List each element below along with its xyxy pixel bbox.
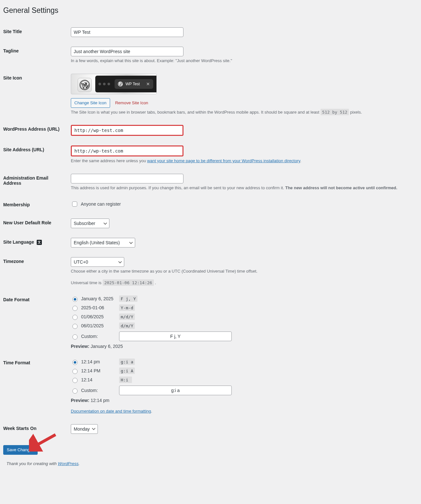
date-format-code-1: Y-m-d	[119, 304, 135, 311]
site-url-desc: Enter the same address here unless you w…	[71, 158, 411, 164]
date-format-radio-2[interactable]	[72, 315, 78, 320]
default-role-label: New User Default Role	[3, 214, 68, 233]
time-format-custom-input[interactable]	[119, 386, 232, 395]
footer-wordpress-link[interactable]: WordPress	[58, 461, 79, 466]
site-url-label: Site Address (URL)	[3, 141, 68, 169]
site-title-label: Site Title	[3, 23, 68, 42]
page-title: General Settings	[3, 3, 415, 16]
week-starts-label: Week Starts On	[3, 419, 68, 439]
time-format-radio-custom[interactable]	[72, 388, 78, 394]
time-format-radio-1[interactable]	[72, 369, 78, 374]
date-format-radio-custom[interactable]	[72, 334, 78, 340]
time-format-code-2: H:i	[119, 377, 132, 383]
save-changes-button[interactable]: Save Changes	[3, 445, 38, 455]
date-format-preview: Preview: January 6, 2025	[71, 344, 411, 349]
wordpress-icon	[79, 79, 90, 90]
footer-credit: Thank you for creating with WordPress.	[3, 455, 415, 472]
tagline-label: Tagline	[3, 42, 68, 69]
time-format-preview: Preview: 12:14 pm	[71, 398, 411, 403]
time-format-code-1: g:i A	[119, 368, 135, 374]
site-icon-preview: WP Test ✕	[71, 74, 157, 94]
tagline-input[interactable]	[71, 47, 183, 56]
site-language-select[interactable]: English (United States)	[71, 238, 135, 247]
time-format-label: Time Format	[3, 354, 68, 419]
membership-label: Membership	[3, 196, 68, 214]
admin-email-label: Administration Email Address	[3, 169, 68, 196]
site-url-doc-link[interactable]: want your site home page to be different…	[147, 158, 300, 163]
date-format-radio-0[interactable]	[72, 297, 78, 302]
week-starts-select[interactable]: Monday	[71, 424, 98, 434]
browser-tab-preview: WP Test ✕	[95, 76, 156, 92]
site-url-input[interactable]	[71, 145, 183, 156]
admin-email-desc: This address is used for admin purposes.…	[71, 185, 411, 191]
date-format-code-2: m/d/Y	[119, 313, 135, 320]
close-icon: ✕	[146, 81, 150, 87]
date-format-radio-3[interactable]	[72, 324, 78, 329]
time-format-radio-0[interactable]	[72, 360, 78, 365]
remove-site-icon-button[interactable]: Remove Site Icon	[115, 100, 148, 105]
timezone-select[interactable]: UTC+0	[71, 257, 124, 267]
membership-checkbox[interactable]	[72, 201, 77, 207]
time-format-custom-label: Custom:	[81, 388, 117, 393]
timezone-desc: Choose either a city in the same timezon…	[71, 268, 411, 275]
wp-url-label: WordPress Address (URL)	[3, 120, 68, 141]
date-format-option-2: 01/06/2025	[81, 314, 117, 319]
site-language-label: Site Language 文A	[3, 233, 68, 252]
time-format-option-1: 12:14 PM	[81, 368, 117, 373]
dot-icon	[108, 83, 110, 85]
dot-icon	[103, 83, 106, 85]
date-format-option-3: 06/01/2025	[81, 323, 117, 328]
tab-title: WP Test	[126, 82, 140, 86]
date-format-custom-input[interactable]	[119, 331, 232, 341]
date-format-code-0: F j, Y	[119, 295, 137, 302]
tagline-desc: In a few words, explain what this site i…	[71, 58, 411, 64]
membership-checkbox-label: Anyone can register	[81, 201, 121, 207]
default-role-select[interactable]: Subscriber	[71, 219, 109, 228]
date-format-code-3: d/m/Y	[119, 322, 135, 329]
time-format-radio-2[interactable]	[72, 378, 78, 383]
translate-icon: 文A	[37, 240, 42, 245]
date-format-radio-1[interactable]	[72, 306, 78, 311]
datetime-doc: Documentation on date and time formattin…	[71, 408, 411, 415]
timezone-universal: Universal time is 2025-01-06 12:14:26 .	[71, 280, 411, 286]
date-format-option-0: January 6, 2025	[81, 296, 117, 301]
wp-url-input[interactable]	[71, 125, 183, 136]
time-format-code-0: g:i a	[119, 359, 135, 365]
site-title-input[interactable]	[71, 27, 183, 37]
admin-email-input[interactable]	[71, 174, 183, 183]
site-icon-label: Site Icon	[3, 69, 68, 120]
site-icon-desc: The Site Icon is what you see in browser…	[71, 109, 411, 116]
date-format-option-1: 2025-01-06	[81, 305, 117, 310]
datetime-doc-link[interactable]: Documentation on date and time formattin…	[71, 409, 151, 414]
change-site-icon-button[interactable]: Change Site Icon	[71, 98, 110, 108]
date-format-label: Date Format	[3, 291, 68, 354]
time-format-option-2: 12:14	[81, 377, 117, 382]
time-format-option-0: 12:14 pm	[81, 359, 117, 364]
site-icon-favicon	[78, 78, 92, 92]
date-format-custom-label: Custom:	[81, 334, 117, 339]
timezone-label: Timezone	[3, 252, 68, 291]
dot-icon	[98, 83, 101, 85]
wordpress-icon	[118, 81, 123, 87]
